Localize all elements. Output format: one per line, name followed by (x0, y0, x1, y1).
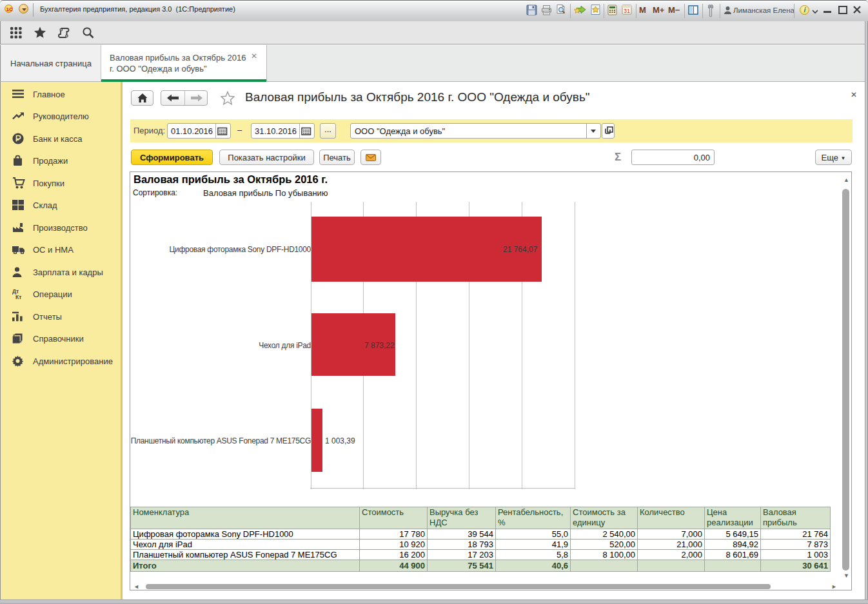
svg-text:31: 31 (624, 8, 630, 14)
svg-text:Кт: Кт (15, 294, 21, 300)
